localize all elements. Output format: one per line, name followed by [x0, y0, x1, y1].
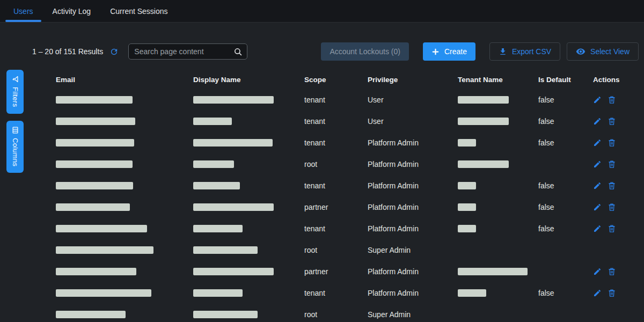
- table-row: partnerPlatform Admin: [56, 261, 642, 282]
- redacted-display-name-bar: [193, 289, 243, 297]
- cell-display-name: [193, 203, 304, 211]
- cell-actions: [593, 181, 642, 190]
- select-view-button[interactable]: Select View: [567, 42, 639, 61]
- table-row: rootSuper Admin: [56, 304, 642, 322]
- edit-button[interactable]: [593, 224, 602, 233]
- delete-button[interactable]: [608, 160, 616, 169]
- trash-icon: [608, 181, 616, 190]
- cell-privilege: User: [368, 96, 458, 104]
- edit-button[interactable]: [593, 267, 602, 276]
- sidebar-tab-filters[interactable]: Filters: [6, 70, 24, 114]
- edit-button[interactable]: [593, 181, 602, 190]
- export-csv-button[interactable]: Export CSV: [489, 42, 560, 61]
- toolbar-buttons: Account Lockouts (0)CreateExport CSVSele…: [321, 42, 639, 61]
- edit-button[interactable]: [593, 289, 602, 297]
- cell-email: [56, 311, 193, 318]
- eye-icon: [576, 47, 586, 56]
- search-box: [128, 43, 247, 60]
- table-body: tenantUserfalsetenantUserfalsetenantPlat…: [56, 89, 642, 322]
- create-button[interactable]: Create: [423, 42, 475, 61]
- pencil-icon: [593, 96, 602, 104]
- cell-privilege: Platform Admin: [368, 289, 458, 297]
- delete-button[interactable]: [608, 96, 616, 104]
- redacted-tenant-name-bar: [458, 268, 528, 275]
- redacted-display-name-bar: [193, 160, 234, 168]
- delete-button[interactable]: [608, 138, 616, 147]
- cell-email: [56, 160, 193, 168]
- cell-email: [56, 182, 193, 189]
- download-icon: [499, 47, 507, 56]
- trash-icon: [608, 224, 616, 233]
- col-header-tenant-name: Tenant Name: [458, 76, 538, 84]
- col-header-is-default: Is Default: [538, 76, 593, 84]
- cell-actions: [593, 96, 642, 104]
- pencil-icon: [593, 181, 602, 190]
- cell-display-name: [193, 225, 304, 232]
- tab-users[interactable]: Users: [5, 0, 41, 22]
- cell-tenant-name: [458, 118, 538, 125]
- button-label: Account Lockouts (0): [330, 47, 400, 56]
- account-lockouts-button[interactable]: Account Lockouts (0): [321, 42, 409, 61]
- tab-current-sessions[interactable]: Current Sessions: [102, 0, 175, 22]
- cell-scope: tenant: [304, 224, 368, 233]
- cell-is-default: false: [538, 117, 593, 126]
- trash-icon: [608, 117, 616, 126]
- redacted-email-bar: [56, 160, 133, 168]
- delete-button[interactable]: [608, 181, 616, 190]
- cell-is-default: false: [538, 181, 593, 190]
- redacted-display-name-bar: [193, 225, 243, 232]
- delete-button[interactable]: [608, 289, 616, 297]
- delete-button[interactable]: [608, 203, 616, 211]
- delete-button[interactable]: [608, 117, 616, 126]
- edit-button[interactable]: [593, 160, 602, 169]
- col-header-email: Email: [56, 76, 193, 84]
- col-header-display-name: Display Name: [193, 76, 304, 84]
- cell-is-default: false: [538, 96, 593, 104]
- delete-button[interactable]: [608, 224, 616, 233]
- table-row: tenantPlatform Adminfalse: [56, 282, 642, 304]
- redacted-email-bar: [56, 268, 136, 275]
- redacted-display-name-bar: [193, 139, 273, 147]
- edit-button[interactable]: [593, 117, 602, 126]
- cell-is-default: false: [538, 203, 593, 211]
- search-input[interactable]: [134, 47, 233, 56]
- cell-scope: root: [304, 310, 368, 319]
- redacted-email-bar: [56, 118, 135, 125]
- cell-tenant-name: [458, 268, 538, 275]
- cell-tenant-name: [458, 139, 538, 147]
- col-header-scope: Scope: [304, 76, 368, 84]
- trash-icon: [608, 160, 616, 169]
- cell-privilege: Platform Admin: [368, 138, 458, 147]
- tab-activity-log[interactable]: Activity Log: [45, 0, 99, 22]
- cell-email: [56, 203, 193, 211]
- redacted-tenant-name-bar: [458, 118, 509, 125]
- redacted-display-name-bar: [193, 203, 274, 211]
- refresh-button[interactable]: [109, 47, 119, 56]
- redacted-email-bar: [56, 246, 153, 254]
- redacted-tenant-name-bar: [458, 225, 476, 232]
- table-row: rootPlatform Admin: [56, 153, 642, 175]
- cell-scope: tenant: [304, 289, 368, 297]
- pencil-icon: [593, 289, 602, 297]
- refresh-icon: [109, 47, 119, 56]
- redacted-email-bar: [56, 225, 147, 232]
- tab-bar: UsersActivity LogCurrent Sessions: [0, 0, 644, 23]
- cell-display-name: [193, 118, 304, 125]
- cell-tenant-name: [458, 182, 538, 189]
- cell-actions: [593, 138, 642, 147]
- button-label: Export CSV: [512, 47, 551, 56]
- delete-button[interactable]: [608, 267, 616, 276]
- pencil-icon: [593, 267, 602, 276]
- cell-privilege: Platform Admin: [368, 224, 458, 233]
- filter-icon: [11, 75, 19, 83]
- cell-display-name: [193, 268, 304, 275]
- edit-button[interactable]: [593, 138, 602, 147]
- sidebar-tab-columns[interactable]: Columns: [6, 121, 24, 173]
- redacted-display-name-bar: [193, 118, 232, 125]
- table-header-row: EmailDisplay NameScopePrivilegeTenant Na…: [56, 70, 642, 89]
- edit-button[interactable]: [593, 96, 602, 104]
- edit-button[interactable]: [593, 203, 602, 211]
- cell-display-name: [193, 96, 304, 104]
- redacted-tenant-name-bar: [458, 182, 476, 189]
- cell-display-name: [193, 289, 304, 297]
